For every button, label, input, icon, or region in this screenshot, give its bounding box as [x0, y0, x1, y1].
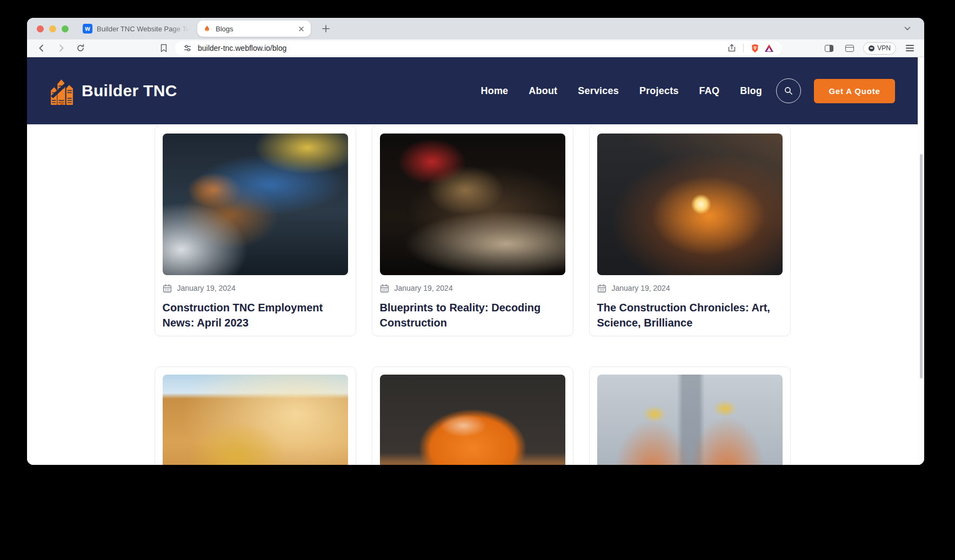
window-controls	[37, 25, 69, 32]
chevron-down-icon	[904, 26, 911, 31]
nav-projects[interactable]: Projects	[639, 85, 679, 97]
tab-strip: w Builder TNC Website Page Templ Blogs	[27, 18, 924, 39]
toolbar-right-cluster: VPN	[822, 41, 917, 55]
page-viewport: Builder TNC Home About Services Projects…	[27, 57, 924, 465]
scrollbar-thumb[interactable]	[920, 154, 923, 378]
sidebar-icon	[825, 45, 833, 52]
site-header: Builder TNC Home About Services Projects…	[27, 57, 918, 124]
vpn-label: VPN	[877, 44, 891, 52]
nav-services[interactable]: Services	[578, 85, 619, 97]
address-bar[interactable]: builder-tnc.webflow.io/blog	[175, 41, 782, 55]
post-photo-technician-wiring[interactable]	[163, 134, 348, 275]
buildings-logo-icon	[50, 76, 74, 106]
tab-label: Blogs	[216, 25, 292, 33]
brave-rewards-button[interactable]	[762, 41, 776, 55]
vpn-button[interactable]: VPN	[863, 42, 896, 55]
calendar-icon	[163, 284, 172, 293]
browser-menu-button[interactable]	[903, 41, 917, 55]
post-date: January 19, 2024	[612, 284, 670, 292]
brave-shield-icon	[751, 44, 759, 53]
post-title[interactable]: The Construction Chronicles: Art, Scienc…	[597, 300, 783, 330]
hamburger-menu-icon	[906, 45, 914, 51]
calendar-icon	[597, 284, 606, 293]
blog-grid: January 19, 2024 Construction TNC Employ…	[155, 125, 791, 465]
browser-window: w Builder TNC Website Page Templ Blogs	[27, 18, 924, 465]
post-meta: January 19, 2024	[380, 283, 565, 294]
post-photo-grinder-sparks[interactable]	[597, 134, 783, 275]
site-logo[interactable]: Builder TNC	[50, 76, 177, 106]
tab-search-button[interactable]	[900, 22, 914, 36]
wallet-icon	[845, 45, 854, 52]
post-photo-drill-woodwork[interactable]	[380, 134, 565, 275]
vpn-status-icon	[869, 45, 874, 51]
forward-button[interactable]	[54, 41, 68, 55]
nav-home[interactable]: Home	[480, 85, 508, 97]
post-date: January 19, 2024	[177, 284, 236, 292]
tune-icon	[183, 44, 192, 52]
brand-name: Builder TNC	[82, 82, 177, 100]
nav-about[interactable]: About	[529, 85, 557, 97]
plus-icon	[322, 25, 330, 32]
blog-card[interactable]	[589, 366, 791, 465]
bookmark-icon	[160, 44, 168, 52]
blog-card[interactable]: January 19, 2024 The Construction Chroni…	[589, 125, 791, 336]
url-text[interactable]: builder-tnc.webflow.io/blog	[198, 44, 725, 52]
minimize-window-button[interactable]	[49, 25, 56, 32]
calendar-icon	[380, 284, 389, 293]
tab-blogs[interactable]: Blogs	[197, 21, 311, 37]
share-button[interactable]	[725, 41, 739, 55]
main-nav: Home About Services Projects FAQ Blog	[480, 85, 762, 97]
post-meta: January 19, 2024	[163, 283, 348, 294]
site-search-button[interactable]	[776, 78, 801, 103]
post-date: January 19, 2024	[395, 284, 453, 292]
back-icon	[37, 44, 46, 52]
scrollbar-track[interactable]	[918, 57, 924, 465]
builder-tnc-site: Builder TNC Home About Services Projects…	[27, 57, 918, 465]
forward-icon	[57, 44, 65, 52]
blog-card[interactable]: January 19, 2024 Construction TNC Employ…	[155, 125, 356, 336]
get-a-quote-button[interactable]: Get A Quote	[814, 79, 895, 103]
tab-builder-tnc[interactable]: w Builder TNC Website Page Templ	[83, 24, 191, 34]
tab-label: Builder TNC Website Page Templ	[97, 25, 191, 33]
reload-button[interactable]	[74, 41, 88, 55]
share-icon	[727, 44, 736, 52]
sidebar-toggle-button[interactable]	[822, 41, 836, 55]
site-settings-button[interactable]	[181, 41, 195, 55]
back-button[interactable]	[35, 41, 49, 55]
nav-buttons	[35, 41, 88, 55]
close-tab-icon[interactable]	[297, 24, 305, 33]
divider	[743, 44, 744, 52]
search-icon	[784, 86, 793, 96]
close-window-button[interactable]	[37, 25, 44, 32]
reload-icon	[76, 44, 85, 52]
post-title[interactable]: Construction TNC Employment News: April …	[163, 300, 348, 330]
post-title[interactable]: Blueprints to Reality: Decoding Construc…	[380, 300, 565, 330]
bat-triangle-icon	[765, 44, 773, 52]
nav-blog[interactable]: Blog	[740, 85, 762, 97]
browser-toolbar: builder-tnc.webflow.io/blog	[27, 39, 924, 57]
bookmark-button[interactable]	[157, 41, 171, 55]
post-photo-hard-hat[interactable]	[380, 375, 565, 465]
post-photo-wheel-loader[interactable]	[163, 375, 348, 465]
new-tab-button[interactable]	[318, 21, 333, 36]
wallet-button[interactable]	[843, 41, 857, 55]
webflow-favicon-icon: w	[83, 24, 92, 34]
post-photo-workers-celebrating[interactable]	[597, 375, 783, 465]
zoom-window-button[interactable]	[62, 25, 69, 32]
blog-card[interactable]: January 19, 2024 Blueprints to Reality: …	[372, 125, 573, 336]
brave-shields-button[interactable]	[748, 41, 762, 55]
blog-card[interactable]	[155, 366, 356, 465]
post-meta: January 19, 2024	[597, 283, 783, 294]
flame-favicon-icon	[203, 24, 211, 33]
nav-faq[interactable]: FAQ	[699, 85, 720, 97]
blog-card[interactable]	[372, 366, 573, 465]
